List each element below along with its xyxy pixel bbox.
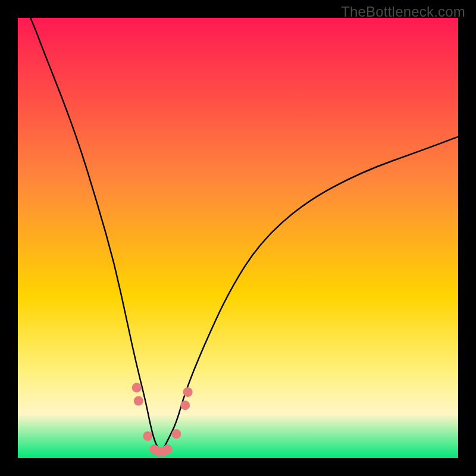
watermark-text: TheBottleneck.com (341, 4, 465, 20)
curve-marker (171, 429, 181, 439)
curve-marker (163, 444, 173, 454)
curve-marker (132, 383, 142, 393)
chart-frame (18, 18, 458, 458)
bottleneck-curve (18, 18, 458, 458)
curve-marker (180, 400, 190, 410)
curve-marker (134, 396, 143, 406)
curve-marker (143, 431, 152, 441)
curve-marker (183, 387, 193, 397)
